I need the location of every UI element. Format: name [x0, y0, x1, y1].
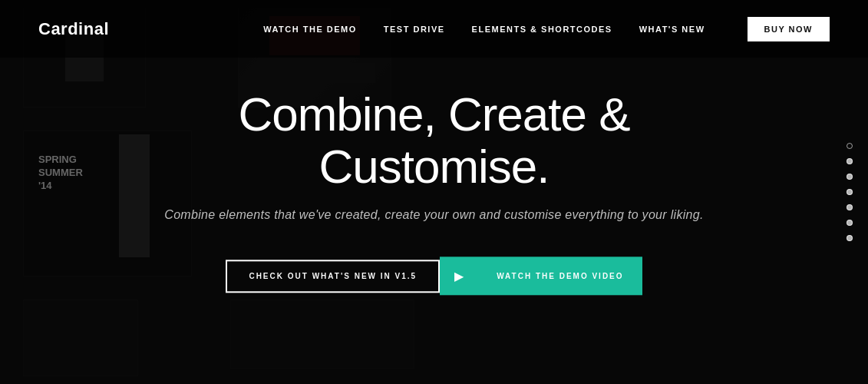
play-icon[interactable]: ▶ [440, 257, 478, 296]
nav-watch-demo[interactable]: WATCH THE DEMO [263, 25, 357, 34]
nav-test-drive[interactable]: TEST DRIVE [384, 25, 445, 34]
logo: Cardinal [38, 19, 109, 39]
hero-title: Combine, Create & Customise. [127, 88, 741, 193]
nav-whats-new[interactable]: WHAT'S NEW [639, 25, 705, 34]
hero-subtitle: Combine elements that we've created, cre… [127, 209, 741, 223]
hero-content: Combine, Create & Customise. Combine ele… [127, 88, 741, 295]
pagination-dot-6[interactable] [847, 220, 853, 226]
buy-now-button[interactable]: BUY NOW [748, 17, 830, 41]
nav-links: WATCH THE DEMO TEST DRIVE ELEMENTS & SHO… [263, 17, 830, 41]
demo-video-label[interactable]: WATCH THE DEMO VIDEO [478, 257, 642, 296]
pagination-dot-2[interactable] [847, 158, 853, 164]
pagination-dot-1[interactable] [847, 143, 853, 149]
whats-new-button[interactable]: CHECK OUT WHAT'S NEW IN V1.5 [226, 260, 440, 293]
nav-elements[interactable]: ELEMENTS & SHORTCODES [472, 25, 612, 34]
navbar: Cardinal WATCH THE DEMO TEST DRIVE ELEME… [0, 0, 868, 58]
hero-buttons: CHECK OUT WHAT'S NEW IN V1.5 ▶ WATCH THE… [127, 257, 741, 296]
pagination-dot-4[interactable] [847, 189, 853, 195]
pagination-dot-5[interactable] [847, 204, 853, 210]
demo-video-button[interactable]: ▶ WATCH THE DEMO VIDEO [440, 257, 642, 296]
pagination-dot-3[interactable] [847, 174, 853, 180]
pagination-dots [847, 143, 853, 241]
pagination-dot-7[interactable] [847, 235, 853, 241]
